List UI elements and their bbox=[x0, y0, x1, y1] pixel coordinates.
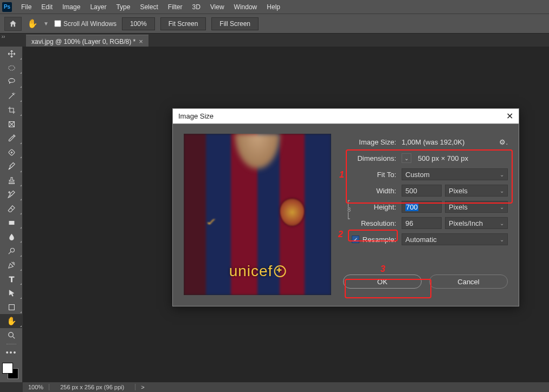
menu-layer[interactable]: Layer bbox=[85, 3, 111, 11]
lasso-tool[interactable] bbox=[0, 75, 23, 89]
image-size-dialog: Image Size ✕ ✓ unicef Image Size: 1,00M … bbox=[172, 108, 519, 306]
image-preview: ✓ unicef bbox=[184, 134, 331, 295]
svg-rect-3 bbox=[9, 220, 14, 224]
status-zoom[interactable]: 100% bbox=[23, 384, 49, 390]
svg-rect-6 bbox=[9, 304, 14, 310]
dialog-titlebar[interactable]: Image Size ✕ bbox=[173, 109, 519, 124]
path-select-tool[interactable] bbox=[0, 286, 23, 300]
annotation-3: 3 bbox=[380, 264, 385, 274]
healing-tool[interactable] bbox=[0, 145, 23, 159]
dimensions-label: Dimensions: bbox=[343, 154, 402, 162]
dodge-tool[interactable] bbox=[0, 244, 23, 258]
resolution-unit-dropdown[interactable]: Pixels/Inch⌄ bbox=[445, 217, 508, 229]
fit-screen-button[interactable]: Fit Screen bbox=[160, 17, 206, 30]
hand-tool[interactable]: ✋ bbox=[0, 314, 23, 328]
image-size-value: 1,00M (was 192,0K) bbox=[402, 138, 499, 146]
tools-panel: ✋ ••• bbox=[0, 47, 23, 382]
width-unit-dropdown[interactable]: Pixels⌄ bbox=[445, 185, 508, 197]
home-button[interactable] bbox=[4, 17, 22, 31]
wand-tool[interactable] bbox=[0, 89, 23, 103]
height-field[interactable]: 700 bbox=[402, 201, 442, 213]
image-size-label: Image Size: bbox=[343, 138, 402, 146]
panel-expand-icon[interactable]: ›› bbox=[0, 31, 7, 41]
blur-tool[interactable] bbox=[0, 230, 23, 244]
document-tab[interactable]: xavi.jpg @ 100% (Layer 0, RGB/8) * × bbox=[26, 35, 148, 48]
menu-3d[interactable]: 3D bbox=[187, 3, 205, 11]
menu-bar: Ps File Edit Image Layer Type Select Fil… bbox=[0, 0, 549, 14]
menu-select[interactable]: Select bbox=[135, 3, 163, 11]
zoom-tool[interactable] bbox=[0, 328, 23, 342]
app-logo: Ps bbox=[2, 2, 12, 12]
foreground-color[interactable] bbox=[2, 363, 13, 374]
document-tab-label: xavi.jpg @ 100% (Layer 0, RGB/8) * bbox=[31, 38, 135, 45]
move-tool[interactable] bbox=[0, 47, 23, 61]
resample-dropdown[interactable]: Automatic⌄ bbox=[402, 233, 508, 245]
dialog-title: Image Size bbox=[178, 112, 214, 120]
menu-view[interactable]: View bbox=[205, 3, 229, 11]
status-arrow-icon[interactable]: > bbox=[135, 384, 150, 390]
chevron-down-icon: ⌄ bbox=[500, 220, 504, 226]
cancel-button[interactable]: Cancel bbox=[429, 275, 508, 289]
close-icon[interactable]: × bbox=[139, 37, 143, 45]
zoom-level[interactable]: 100% bbox=[122, 17, 155, 30]
menu-help[interactable]: Help bbox=[262, 3, 285, 11]
eraser-tool[interactable] bbox=[0, 201, 23, 215]
edit-toolbar-icon[interactable]: ••• bbox=[0, 345, 23, 360]
chevron-down-icon[interactable]: ⌄ bbox=[402, 153, 411, 163]
fit-to-dropdown[interactable]: Custom⌄ bbox=[402, 168, 508, 180]
menu-edit[interactable]: Edit bbox=[36, 3, 57, 11]
swoosh-icon: ✓ bbox=[204, 215, 219, 228]
eyedropper-tool[interactable] bbox=[0, 131, 23, 145]
resolution-label: Resolution: bbox=[343, 219, 402, 227]
ok-button[interactable]: OK bbox=[343, 275, 422, 289]
annotation-2: 2 bbox=[338, 230, 343, 239]
height-label: Height: bbox=[343, 203, 402, 211]
menu-type[interactable]: Type bbox=[111, 3, 135, 11]
gradient-tool[interactable] bbox=[0, 215, 23, 230]
menu-window[interactable]: Window bbox=[229, 3, 262, 11]
resolution-field[interactable]: 96 bbox=[402, 217, 442, 229]
status-doc-info: 256 px x 256 px (96 ppi) bbox=[49, 384, 135, 390]
gear-icon[interactable]: ⚙. bbox=[499, 138, 508, 146]
shape-tool[interactable] bbox=[0, 300, 23, 314]
fit-to-label: Fit To: bbox=[343, 171, 402, 179]
chevron-down-icon: ⌄ bbox=[500, 172, 504, 178]
close-icon[interactable]: ✕ bbox=[506, 111, 513, 121]
svg-point-7 bbox=[8, 332, 12, 337]
menu-file[interactable]: File bbox=[16, 3, 36, 11]
menu-filter[interactable]: Filter bbox=[163, 3, 188, 11]
dimensions-value: 500 px × 700 px bbox=[418, 154, 468, 162]
resample-label: Resample: bbox=[363, 236, 396, 244]
scroll-all-label: Scroll All Windows bbox=[63, 20, 117, 28]
fill-screen-button[interactable]: Fill Screen bbox=[211, 17, 259, 30]
type-tool[interactable] bbox=[0, 272, 23, 286]
constrain-link-icon[interactable]: ⎡8⎣ bbox=[347, 201, 351, 219]
chevron-down-icon: ⌄ bbox=[500, 204, 504, 210]
svg-point-5 bbox=[10, 248, 14, 252]
width-label: Width: bbox=[343, 187, 402, 195]
crop-tool[interactable] bbox=[0, 103, 23, 117]
menu-image[interactable]: Image bbox=[57, 3, 85, 11]
options-bar: ✋ ▼ Scroll All Windows 100% Fit Screen F… bbox=[0, 14, 549, 34]
pen-tool[interactable] bbox=[0, 258, 23, 272]
frame-tool[interactable] bbox=[0, 117, 23, 131]
marquee-tool[interactable] bbox=[0, 61, 23, 75]
image-size-form: Image Size: 1,00M (was 192,0K) ⚙. Dimens… bbox=[343, 134, 508, 295]
scroll-all-checkbox[interactable]: Scroll All Windows bbox=[54, 20, 117, 28]
height-unit-dropdown[interactable]: Pixels⌄ bbox=[445, 201, 508, 213]
width-field[interactable]: 500 bbox=[402, 185, 442, 197]
resample-checkbox[interactable]: ✓ bbox=[352, 236, 359, 243]
hand-tool-icon: ✋ bbox=[27, 18, 38, 29]
sponsor-text: unicef bbox=[229, 263, 286, 280]
chevron-down-icon[interactable]: ▼ bbox=[43, 21, 49, 27]
brush-tool[interactable] bbox=[0, 159, 23, 173]
chevron-down-icon: ⌄ bbox=[500, 237, 504, 243]
annotation-1: 1 bbox=[339, 170, 344, 180]
svg-point-0 bbox=[8, 66, 14, 70]
chevron-down-icon: ⌄ bbox=[500, 188, 504, 194]
stamp-tool[interactable] bbox=[0, 173, 23, 187]
history-brush-tool[interactable] bbox=[0, 187, 23, 201]
status-bar: 100% 256 px x 256 px (96 ppi) > bbox=[23, 382, 549, 392]
color-swatches[interactable] bbox=[0, 362, 23, 382]
